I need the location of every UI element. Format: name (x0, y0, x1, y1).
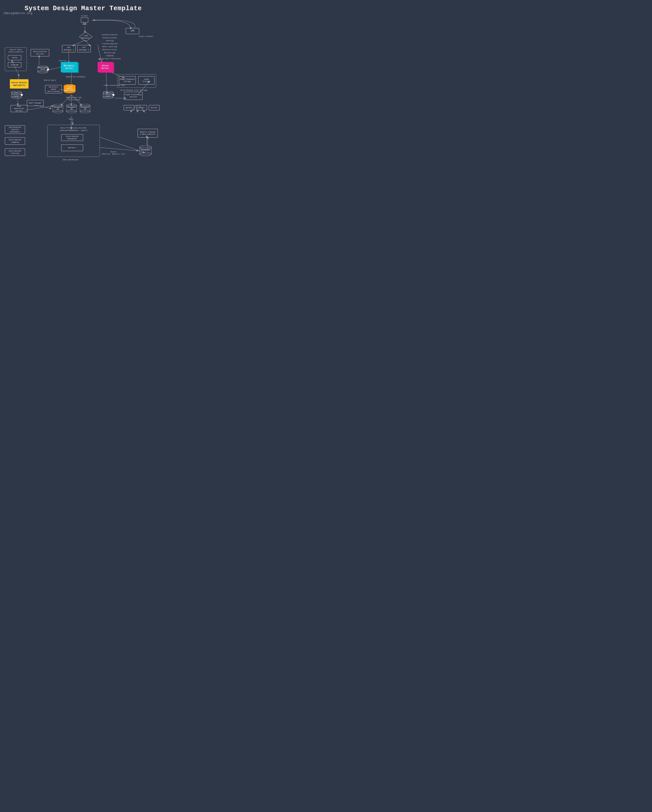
metadata-db-3: MetadataDB (79, 104, 91, 114)
search-results-node: Search ResultsAggregators (10, 79, 29, 89)
notification-queue-node: NotificationQueue (37, 66, 49, 74)
svg-text:Load: Load (84, 35, 88, 37)
distributed-file-storage-label: Distributed File Storage (121, 89, 147, 92)
db-reports-arrow (145, 136, 167, 211)
distributed-tracing-node: DistributedTracing (5, 148, 25, 156)
distributed-logging-node: DistributedLogging (5, 137, 25, 145)
rw-metadata-label: Read/write metadata (66, 76, 85, 78)
output-arrow (99, 140, 140, 154)
feed-gen-service-node: Feed GenerationService (11, 105, 28, 112)
search-index-container: Search Index(ElasticSearch) Cache Storag… (5, 47, 27, 71)
image-thumbnail-storage: Image/ThumbnailStorage (119, 76, 136, 85)
video-proc-task-label: Video processing task (104, 84, 125, 87)
cache-inner: Cache (8, 55, 21, 60)
worker-2: Worker (136, 105, 147, 110)
metadata-db-2: MetadataDB (65, 104, 78, 114)
api-gateway-2: APIGateway 2 (77, 45, 91, 52)
load-balancer-node: Load Balancer (79, 32, 93, 42)
video-processing-service-node: Video ProcessingService (124, 92, 142, 100)
client-node: Client (81, 15, 88, 24)
data-label: Data (98, 58, 103, 61)
data-processing-container: Data Processing Systems(Hadoop/MapReduce… (47, 125, 100, 157)
feed-gen-queue-node: Feed GenerationQueue (10, 91, 23, 99)
svg-line-12 (106, 73, 107, 93)
svg-line-58 (99, 147, 138, 151)
page: System Design Master Template |DesignGur… (0, 0, 167, 211)
data-warehouse-label: Data Warehouse (63, 159, 78, 161)
data-arrow (71, 120, 74, 125)
monitor-screen (81, 17, 88, 23)
client-label: Client (81, 15, 88, 17)
cdn-node: CDN (126, 28, 139, 34)
monitor-stand (83, 23, 86, 24)
api-features-text: AuthenticationAuthorizationCachingTransf… (98, 34, 121, 60)
worker-1: Worker (124, 105, 135, 110)
metadata-db-1: MetadataDB (52, 104, 64, 114)
svg-marker-27 (79, 32, 92, 41)
replication-label: Replication andPartitioning (66, 96, 81, 101)
coordination-service-node: CoordinationService(Zookeeper) (5, 125, 25, 134)
svg-line-22 (26, 106, 53, 110)
storage-inner: Storage (8, 62, 21, 67)
diagram: Client Load Balancer APIGateway 1 APIGat… (2, 14, 165, 209)
search-query-label: Search query (44, 79, 56, 81)
control-label: Control (58, 60, 66, 62)
directory-partitioning-node: Directorybasedpartitioning (45, 85, 62, 93)
api-gateway-1: APIGateway 1 (62, 45, 75, 52)
video-proc-queue-node: Video ProcessingQueue (102, 91, 115, 99)
notification-service-node: NotificationService (31, 49, 49, 56)
workers-dp-node: Workers (61, 144, 83, 151)
distributed-scheduler-node: DistributedScheduler (61, 134, 83, 141)
svg-text:Balancer: Balancer (82, 37, 90, 39)
video-storage: VideoStorage (138, 76, 155, 85)
static-content-label: Static Content (139, 35, 153, 38)
cache-redis-node: Cache(Redis/Memcached) (63, 84, 77, 95)
monitor-base (83, 24, 87, 24)
shard-manager-node: Shard Manager (27, 100, 44, 106)
worker-3: Worker (149, 105, 159, 110)
